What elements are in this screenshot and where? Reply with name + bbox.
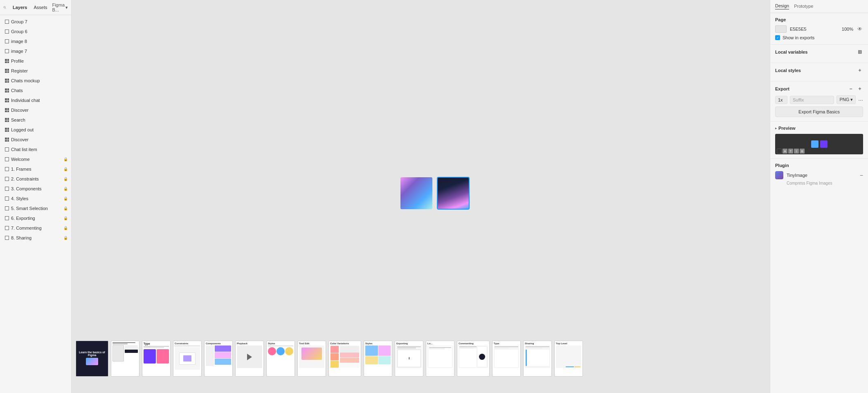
thumb-components[interactable]: Components [204, 341, 233, 377]
layer-register[interactable]: Register [0, 66, 71, 76]
layer-discover1[interactable]: Discover [0, 105, 71, 115]
layer-smart-selection[interactable]: 5. Smart Selection 🔒 [0, 203, 71, 213]
plugin-section: Plugin TinyImage − Compress Figma Images [770, 159, 868, 190]
page-color-value[interactable]: E5E5E5 [790, 27, 806, 32]
layer-image8[interactable]: image 8 [0, 36, 71, 46]
frame-icon [5, 39, 9, 43]
layer-profile[interactable]: Profile [0, 56, 71, 66]
plugin-remove-button[interactable]: − [860, 172, 863, 178]
frame-icon [5, 196, 9, 201]
thumb-top-level[interactable]: Top Level [554, 341, 583, 377]
frame-icon [5, 206, 9, 210]
local-variables-section: Local variables ⊞ [770, 45, 868, 63]
export-minus[interactable]: − [848, 86, 854, 92]
export-more-options[interactable]: ··· [858, 97, 863, 103]
export-scale-field[interactable]: 1x [775, 96, 787, 104]
float-image-1[interactable] [400, 177, 433, 210]
tab-prototype[interactable]: Prototype [794, 4, 813, 9]
thumb-type[interactable]: Type [142, 341, 171, 377]
lock-icon: 🔒 [63, 177, 68, 181]
grid-icon [5, 108, 9, 112]
page-opacity-value[interactable]: 100% [842, 27, 853, 32]
lock-icon: 🔒 [63, 187, 68, 191]
layer-discover2[interactable]: Discover [0, 135, 71, 145]
local-styles-add[interactable]: + [857, 67, 863, 74]
layer-chats-mockup[interactable]: Chats mockup [0, 76, 71, 86]
grid-icon [5, 79, 9, 83]
export-add[interactable]: + [857, 86, 863, 92]
grid-icon [5, 88, 9, 93]
export-section: Export − + 1x Suffix PNG ▾ ··· Export Fi… [770, 81, 868, 122]
show-in-exports-checkbox[interactable]: ✓ [775, 35, 780, 40]
layer-chat-list-item[interactable]: Chat list item [0, 145, 71, 154]
preview-header[interactable]: ▸ Preview [775, 126, 863, 131]
show-in-exports-label: Show in exports [783, 35, 814, 40]
plugin-header: Plugin [775, 163, 863, 168]
frame-icon [5, 216, 9, 220]
layer-sharing[interactable]: 8. Sharing 🔒 [0, 233, 71, 243]
thumb-styles2[interactable]: Styles [364, 341, 392, 377]
tab-layers[interactable]: Layers [11, 4, 29, 11]
thumb-commenting[interactable]: Commenting [457, 341, 490, 377]
layer-constraints[interactable]: 2. Constraints 🔒 [0, 174, 71, 184]
thumb-constraints[interactable]: Constraints [173, 341, 202, 377]
thumb-styles[interactable]: Styles [266, 341, 295, 377]
grid-icon [5, 138, 9, 142]
layer-exporting[interactable]: 6. Exporting 🔒 [0, 213, 71, 223]
lock-icon: 🔒 [63, 157, 68, 161]
thumb-color-variations[interactable]: Color Variations [328, 341, 361, 377]
frame-icon [5, 187, 9, 191]
lock-icon: 🔒 [63, 206, 68, 210]
page-color-row: E5E5E5 100% 👁 [775, 25, 863, 33]
thumb-tool-edit[interactable]: Tool Edit [297, 341, 326, 377]
layer-welcome[interactable]: Welcome 🔒 [0, 154, 71, 164]
preview-title: Preview [778, 126, 796, 131]
layer-commenting[interactable]: 7. Commenting 🔒 [0, 223, 71, 233]
grid-icon [5, 98, 9, 102]
local-variables-settings[interactable]: ⊞ [857, 49, 863, 55]
thumb-exporting[interactable]: Exporting ⬇ [395, 341, 423, 377]
thumb-type2[interactable]: Type [492, 341, 521, 377]
layer-components[interactable]: 3. Components 🔒 [0, 184, 71, 194]
grid-icon [5, 128, 9, 132]
thumb-styles3[interactable]: Lo... [426, 341, 454, 377]
layer-group6[interactable]: Group 6 [0, 27, 71, 36]
thumb-playback[interactable]: Playback [235, 341, 264, 377]
layer-individual-chat[interactable]: Individual chat [0, 95, 71, 105]
preview-section: ▸ Preview A T I B [770, 122, 868, 159]
plugin-name: TinyImage [787, 173, 857, 178]
show-in-exports-row: ✓ Show in exports [775, 35, 863, 40]
export-format-select[interactable]: PNG ▾ [837, 95, 856, 104]
layer-chats[interactable]: Chats [0, 86, 71, 95]
layer-logged-out[interactable]: Logged out [0, 125, 71, 135]
local-styles-title: Local styles [775, 68, 801, 73]
float-image-2[interactable] [437, 177, 470, 210]
local-variables-title: Local variables [775, 50, 808, 54]
layer-image7[interactable]: image 7 [0, 46, 71, 56]
thumb-frames[interactable] [111, 341, 139, 377]
layers-panel: Group 7 Group 6 image 8 image 7 Profile … [0, 15, 71, 393]
frame-icon [5, 147, 9, 151]
main-canvas[interactable]: Learn the basics of Figma Ty [72, 0, 770, 393]
visibility-toggle[interactable]: 👁 [857, 26, 863, 32]
page-color-swatch[interactable] [775, 25, 787, 33]
layer-search[interactable]: Search [0, 115, 71, 125]
figma-badge[interactable]: Figma B... ▾ [52, 2, 68, 12]
grid-icon [5, 118, 9, 122]
layer-group7[interactable]: Group 7 [0, 17, 71, 27]
canvas-thumbnails: Learn the basics of Figma Ty [76, 341, 766, 377]
search-icon[interactable] [3, 5, 6, 10]
export-button[interactable]: Export Figma Basics [775, 106, 863, 117]
layer-styles[interactable]: 4. Styles 🔒 [0, 194, 71, 203]
plugin-description: Compress Figma Images [787, 181, 863, 185]
tinyimage-icon [775, 171, 783, 179]
tab-design[interactable]: Design [775, 3, 789, 9]
sidebar-left: Layers Assets Figma B... ▾ Group 7 Group… [0, 0, 72, 393]
frame-icon [5, 20, 9, 24]
export-suffix-field[interactable]: Suffix [790, 96, 834, 104]
thumb-welcome[interactable]: Learn the basics of Figma [76, 341, 108, 377]
layer-frames[interactable]: 1. Frames 🔒 [0, 164, 71, 174]
lock-icon: 🔒 [63, 236, 68, 240]
tab-assets[interactable]: Assets [32, 4, 49, 11]
thumb-sharing[interactable]: Sharing [523, 341, 552, 377]
